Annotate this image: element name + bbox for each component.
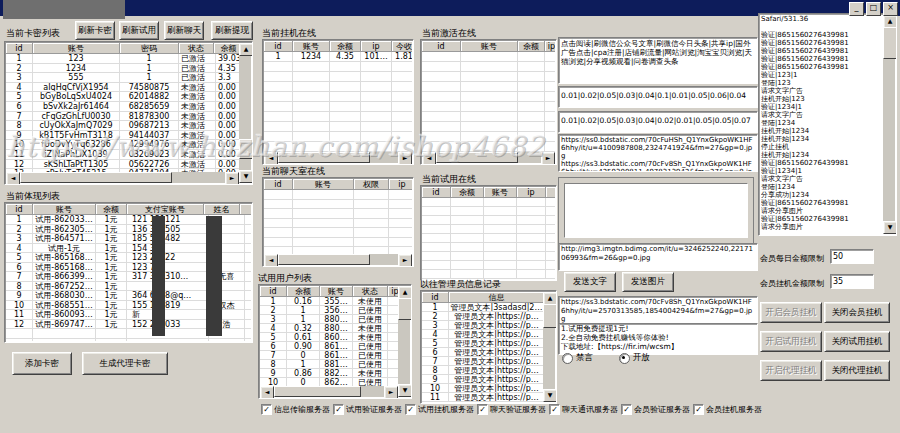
radio-禁言[interactable]: 禁言 xyxy=(562,352,593,364)
table-row[interactable] xyxy=(264,112,412,122)
open-agent-hangup-button[interactable]: 开启代理挂机 xyxy=(760,360,822,381)
send-text-button[interactable]: 发送文字 xyxy=(564,272,616,292)
radio-开放[interactable]: 开放 xyxy=(619,352,650,364)
table-row[interactable] xyxy=(422,92,555,102)
table-row[interactable] xyxy=(264,219,412,229)
log-line[interactable]: 挂机开始|1234 xyxy=(761,127,882,135)
refresh-kami-button[interactable]: 刷新卡密 xyxy=(75,21,115,40)
table-row[interactable]: 212341已激活4.35 xyxy=(6,64,239,74)
table-row[interactable] xyxy=(422,102,555,112)
log-line[interactable]: 验证|8651560276439981 xyxy=(761,39,882,47)
log-line[interactable]: 分享成功|1234 xyxy=(761,191,882,199)
table-row[interactable] xyxy=(422,216,555,225)
table-row[interactable] xyxy=(264,209,412,219)
send-image-button[interactable]: 发送图片 xyxy=(622,272,674,292)
table-row[interactable] xyxy=(264,82,412,92)
server-checkbox[interactable]: ✓试用验证服务器 xyxy=(333,404,402,415)
log-vertical-scrollbar[interactable]: ▲ ▼ xyxy=(883,15,895,234)
text-ad-image-url-textbox[interactable]: http://img3.imgtn.bdimg.com/it/u=3246252… xyxy=(558,243,758,271)
table-row[interactable] xyxy=(422,62,555,72)
scrollbar-thumb[interactable] xyxy=(398,298,412,320)
server-checkbox[interactable]: ✓聊天通讯服务器 xyxy=(549,404,618,415)
scrollbar-thumb[interactable] xyxy=(278,152,370,163)
table-row[interactable] xyxy=(422,198,555,207)
server-checkbox[interactable]: ✓信息传输服务器 xyxy=(261,404,330,415)
table-row[interactable]: 7管理员文本|https://p… xyxy=(422,357,543,366)
table-row[interactable] xyxy=(422,72,555,82)
scrollbar-thumb[interactable] xyxy=(883,27,897,59)
log-line[interactable] xyxy=(761,23,882,31)
scroll-left-icon[interactable]: ◄ xyxy=(6,172,20,185)
table-row[interactable] xyxy=(6,339,251,342)
table-row[interactable] xyxy=(264,228,412,238)
log-line[interactable]: 验证|8651560276439981 xyxy=(761,47,882,55)
log-line[interactable]: 验证|8651560276439981 xyxy=(761,199,882,207)
scroll-right-icon[interactable]: ► xyxy=(225,172,239,185)
table-row[interactable]: 10.16355…未使用 xyxy=(260,297,398,306)
scroll-right-icon[interactable]: ► xyxy=(398,152,412,165)
table-row[interactable]: 7cFqGzGhLfU003081878300未激活0.00 xyxy=(6,112,239,122)
horizontal-scrollbar[interactable]: ◄ ► xyxy=(422,152,555,163)
log-line[interactable]: 登陆|1234 xyxy=(761,119,882,127)
log-line[interactable]: Safari/531.36 xyxy=(761,15,882,23)
table-row[interactable] xyxy=(264,247,412,254)
close-trial-hangup-button[interactable]: 关闭试用挂机 xyxy=(824,331,890,352)
server-checkbox[interactable]: ✓试用挂机服务器 xyxy=(405,404,474,415)
table-row[interactable]: 10fUoDvYyTq6328642994976未激活0.00 xyxy=(6,140,239,150)
table-row[interactable]: 21356…已使用 xyxy=(260,306,398,315)
log-line[interactable]: 请求文字广告 xyxy=(761,175,882,183)
log-line[interactable]: 验证|8651560276439981 xyxy=(761,31,882,39)
table-row[interactable] xyxy=(264,122,412,132)
add-card-button[interactable]: 添加卡密 xyxy=(12,352,72,375)
table-row[interactable] xyxy=(264,142,412,152)
prices-textbox-2[interactable]: 0.01|0.02|0.05|0.03|0.04|0.02|0.01|0.05|… xyxy=(558,111,758,133)
ad-image-urls-textbox[interactable]: https://ss0.bdstatic.com/70cFuHSh_Q1YnxG… xyxy=(558,134,758,172)
maximize-icon[interactable]: □ xyxy=(866,2,881,16)
refresh-trial-button[interactable]: 刷新试用 xyxy=(119,21,159,40)
scrollbar-thumb[interactable] xyxy=(436,152,518,163)
server-checkbox[interactable]: ✓会员挂机服务器 xyxy=(693,404,762,415)
log-line[interactable]: 登陆|123 xyxy=(761,79,882,87)
scroll-left-icon[interactable]: ◄ xyxy=(422,152,436,165)
log-line[interactable]: 挂机开始|1234 xyxy=(761,151,882,159)
notice-textbox[interactable]: 1.试用免费提现1元! 2.全自动免费挂机赚钱等你体验! 下载地址:【https… xyxy=(558,323,758,355)
table-row[interactable] xyxy=(422,252,555,261)
table-row[interactable]: 3管理员文本|https://p… xyxy=(422,321,543,330)
table-row[interactable] xyxy=(422,207,555,216)
table-row[interactable]: 81881…已使用 xyxy=(260,360,398,369)
table-row[interactable]: 70861…已使用 xyxy=(260,351,398,360)
table-row[interactable]: 6bSvXk2aJr6146468285659未激活0.00 xyxy=(6,102,239,112)
log-line[interactable]: 验证|8651560276439981 xyxy=(761,159,882,167)
scrollbar-thumb[interactable] xyxy=(20,172,172,183)
log-line[interactable]: 请求文字广告 xyxy=(761,87,882,95)
daily-limit-input[interactable] xyxy=(830,249,874,264)
table-row[interactable]: 9管理员文本|https://p… xyxy=(422,375,543,384)
scroll-down-icon[interactable]: ▼ xyxy=(398,384,412,397)
table-row[interactable]: 31880…已使用 xyxy=(260,315,398,324)
scroll-down-icon[interactable]: ▼ xyxy=(239,170,253,183)
table-row[interactable]: 35551已激活3.3 xyxy=(6,73,239,83)
log-line[interactable]: 验证|1234|1 xyxy=(761,167,882,175)
kami-horizontal-scrollbar[interactable]: ◄ ► xyxy=(6,172,239,183)
close-member-hangup-button[interactable]: 关闭会员挂机 xyxy=(824,302,890,323)
log-line[interactable]: 请求文字广告 xyxy=(761,111,882,119)
scroll-up-icon[interactable]: ▲ xyxy=(239,43,253,56)
log-line[interactable]: 请求分享图片 xyxy=(761,207,882,215)
scroll-down-icon[interactable]: ▼ xyxy=(883,221,897,234)
table-row[interactable]: 1管理员文本|3sadasd|2… xyxy=(422,303,543,312)
ad-services-textbox[interactable]: 点击阅读|刷微信公众号文章|刷微信今日头条|共享ip|国外广告点击|cpa注册|… xyxy=(558,37,758,84)
scroll-left-icon[interactable]: ◄ xyxy=(264,254,278,267)
log-line[interactable]: 验证|8651560276439981 xyxy=(761,63,882,71)
open-member-hangup-button[interactable]: 开启会员挂机 xyxy=(760,302,822,323)
table-row[interactable] xyxy=(264,190,412,200)
log-line[interactable]: 验证|123|1 xyxy=(761,71,882,79)
log-line[interactable]: 停止挂机 xyxy=(761,143,882,151)
table-row[interactable]: 4aIqHqCfVjX195474580875未激活0.00 xyxy=(6,83,239,93)
table-row[interactable] xyxy=(422,52,555,62)
table-row[interactable]: 112344.35101…1.81 xyxy=(264,52,412,62)
table-row[interactable] xyxy=(264,102,412,112)
share-image-url-textbox[interactable]: https://ss3.bdstatic.com/70cFv8Sh_Q1YnxG… xyxy=(558,296,758,324)
table-row[interactable]: 12sKShLTaPtT130505622726未激活0.00 xyxy=(6,160,239,170)
log-line[interactable]: 验证|8651560276439981 xyxy=(761,55,882,63)
table-row[interactable] xyxy=(422,112,555,122)
